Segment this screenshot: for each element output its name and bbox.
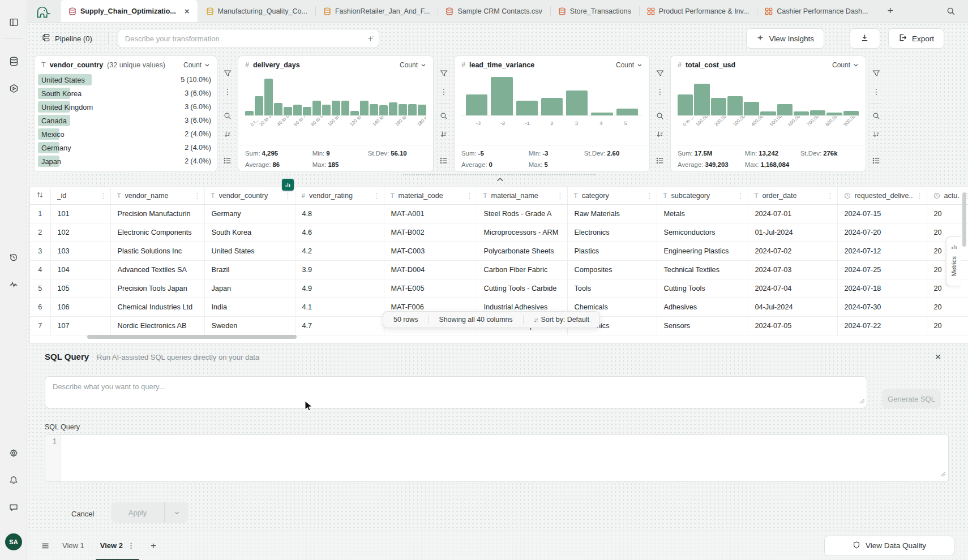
column-header-vendor-name[interactable]: Tvendor_name⋮ bbox=[110, 187, 204, 204]
table-cell[interactable]: Plastic Solutions Inc bbox=[110, 242, 204, 260]
settings-gear-icon[interactable] bbox=[0, 443, 27, 463]
tab-sample-crm-contacts-csv[interactable]: Sample CRM Contacts.csv bbox=[438, 0, 550, 22]
column-header-category[interactable]: Tcategory⋮ bbox=[567, 187, 657, 204]
row-number-cell[interactable]: 1 bbox=[30, 204, 50, 223]
more-options-icon[interactable]: ⋮ bbox=[440, 83, 448, 101]
table-cell[interactable]: 4.7 bbox=[295, 316, 384, 335]
row-number-cell[interactable]: 5 bbox=[30, 279, 50, 298]
filter-icon[interactable] bbox=[440, 64, 448, 83]
sidebar-toggle-icon[interactable] bbox=[0, 12, 27, 32]
table-cell[interactable]: United States bbox=[204, 242, 295, 260]
activity-icon[interactable] bbox=[0, 275, 27, 294]
sort-by-control[interactable]: ↓↑Sort by: Default bbox=[524, 316, 599, 324]
column-menu-icon[interactable]: ⋮ bbox=[194, 192, 201, 200]
download-button[interactable] bbox=[850, 28, 880, 49]
table-cell[interactable]: Brazil bbox=[204, 260, 295, 279]
notifications-bell-icon[interactable] bbox=[0, 471, 27, 490]
close-tab-icon[interactable]: × bbox=[185, 6, 190, 16]
tab-supply-chain-optimizatio[interactable]: Supply_Chain_Optimizatio...× bbox=[60, 0, 198, 22]
resize-handle-icon[interactable] bbox=[859, 396, 865, 406]
table-cell[interactable]: 20 bbox=[927, 316, 968, 335]
horizontal-scrollbar-thumb[interactable] bbox=[87, 335, 297, 339]
table-cell[interactable]: Plastics bbox=[567, 242, 657, 260]
table-cell[interactable]: Nordic Electronics AB bbox=[110, 316, 204, 335]
value-list-icon[interactable] bbox=[224, 154, 232, 172]
row-number-cell[interactable]: 3 bbox=[30, 242, 50, 260]
category-row[interactable]: Germany2 (4.0%) bbox=[37, 141, 211, 154]
sort-column-icon[interactable] bbox=[872, 125, 880, 143]
column-header-vendor-country[interactable]: Tvendor_country⋮ bbox=[204, 187, 295, 204]
table-cell[interactable]: Semiconductors bbox=[657, 223, 748, 242]
table-cell[interactable]: Composites bbox=[567, 260, 657, 279]
aggregation-dropdown[interactable]: Count bbox=[616, 61, 643, 69]
table-cell[interactable]: 01-Jul-2024 bbox=[748, 223, 837, 242]
column-header-subcategory[interactable]: Tsubcategory⋮ bbox=[657, 187, 748, 204]
resize-handle-icon[interactable] bbox=[940, 469, 946, 479]
table-cell[interactable]: Electronic Components bbox=[110, 223, 204, 242]
category-row[interactable]: United Kingdom3 (6.0%) bbox=[37, 100, 211, 114]
table-cell[interactable]: Advanced Textiles SA bbox=[110, 260, 204, 279]
table-cell[interactable]: 4.2 bbox=[295, 242, 384, 260]
table-cell[interactable]: 2024-07-02 bbox=[748, 242, 837, 260]
category-row[interactable]: Japan2 (4.0%) bbox=[37, 154, 211, 168]
view-tab-1[interactable]: View 1 bbox=[54, 531, 92, 560]
export-button[interactable]: Export bbox=[888, 28, 944, 49]
cancel-button[interactable]: Cancel bbox=[63, 505, 102, 523]
category-row[interactable]: South Korea3 (6.0%) bbox=[37, 87, 211, 100]
table-cell[interactable]: MAT-E005 bbox=[384, 279, 477, 298]
value-list-icon[interactable] bbox=[872, 154, 880, 172]
table-cell[interactable]: Tools bbox=[567, 279, 657, 298]
data-sources-icon[interactable] bbox=[0, 51, 27, 71]
metrics-side-tab[interactable]: Metrics bbox=[946, 236, 961, 286]
table-cell[interactable]: India bbox=[204, 298, 295, 316]
apply-button[interactable]: Apply bbox=[111, 502, 164, 523]
new-tab-button[interactable]: + bbox=[876, 0, 905, 22]
table-cell[interactable]: 4.9 bbox=[295, 279, 384, 298]
table-cell[interactable]: Precision Tools Japan bbox=[110, 279, 204, 298]
view-data-quality-button[interactable]: View Data Quality bbox=[824, 536, 954, 556]
add-view-button[interactable]: + bbox=[143, 540, 164, 552]
table-cell[interactable]: 4.6 bbox=[295, 223, 384, 242]
column-header-order-date[interactable]: Torder_date⋮ bbox=[748, 187, 837, 204]
user-avatar[interactable]: SA bbox=[5, 533, 22, 550]
column-menu-icon[interactable]: ⋮ bbox=[827, 192, 834, 200]
more-options-icon[interactable]: ⋮ bbox=[656, 83, 664, 101]
column-header-material-code[interactable]: Tmaterial_code⋮ bbox=[384, 187, 477, 204]
row-number-cell[interactable]: 2 bbox=[30, 223, 50, 242]
table-cell[interactable]: 04-Jul-2024 bbox=[748, 298, 837, 316]
table-cell[interactable]: MAT-C003 bbox=[384, 242, 477, 260]
table-cell[interactable]: Chemical Industries Ltd bbox=[110, 298, 204, 316]
tab-cashier-performance-dash[interactable]: Cashier Performance Dash... bbox=[757, 0, 876, 22]
view-insights-button[interactable]: View Insights bbox=[746, 28, 824, 49]
row-number-cell[interactable]: 7 bbox=[30, 316, 50, 335]
column-header-material-name[interactable]: Tmaterial_name⋮ bbox=[477, 187, 567, 204]
table-cell[interactable]: South Korea bbox=[204, 223, 295, 242]
table-cell[interactable]: 2024-07-04 bbox=[748, 279, 837, 298]
column-header-requested-delive[interactable]: requested_delive...⋮ bbox=[837, 187, 927, 204]
history-icon[interactable] bbox=[0, 248, 27, 267]
table-cell[interactable]: 2024-07-30 bbox=[837, 298, 927, 316]
category-row[interactable]: United States5 (10.0%) bbox=[37, 73, 211, 87]
table-cell[interactable]: 2024-07-20 bbox=[837, 223, 927, 242]
column-menu-icon[interactable]: ⋮ bbox=[285, 192, 292, 200]
table-cell[interactable]: 105 bbox=[50, 279, 110, 298]
column-menu-icon[interactable]: ⋮ bbox=[466, 192, 473, 200]
search-column-icon[interactable] bbox=[224, 107, 232, 125]
table-cell[interactable]: 104 bbox=[50, 260, 110, 279]
table-cell[interactable]: Cutting Tools bbox=[657, 279, 748, 298]
table-cell[interactable]: Technical Textiles bbox=[657, 260, 748, 279]
column-chart-indicator-icon[interactable] bbox=[282, 179, 294, 191]
column-menu-icon[interactable]: ⋮ bbox=[100, 192, 107, 200]
apply-dropdown-chevron-icon[interactable] bbox=[164, 502, 189, 523]
table-cell[interactable]: Microprocessors - ARM bbox=[477, 223, 567, 242]
column-header-vendor-rating[interactable]: #vendor_rating⋮ bbox=[295, 187, 384, 204]
table-cell[interactable]: 102 bbox=[50, 223, 110, 242]
search-column-icon[interactable] bbox=[656, 107, 664, 125]
table-cell[interactable]: Adhesives bbox=[657, 298, 748, 316]
table-cell[interactable]: Steel Rods - Grade A bbox=[477, 204, 567, 223]
column-count-label[interactable]: Showing all 40 columns bbox=[429, 316, 522, 324]
table-cell[interactable]: MAT-A001 bbox=[384, 204, 477, 223]
column-menu-icon[interactable]: ⋮ bbox=[374, 192, 380, 200]
app-logo-elephant-icon[interactable] bbox=[27, 0, 60, 22]
table-cell[interactable]: MAT-D004 bbox=[384, 260, 477, 279]
